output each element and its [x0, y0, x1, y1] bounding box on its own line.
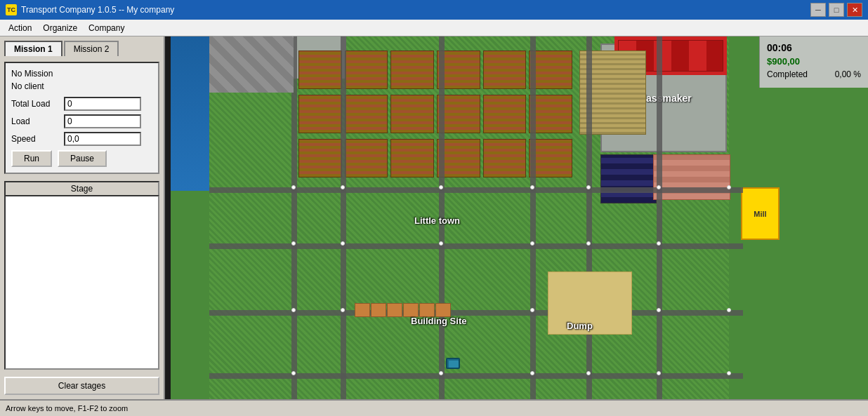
total-load-input[interactable] [64, 97, 141, 111]
maximize-button[interactable]: □ [829, 3, 844, 17]
mission-tabs: Mission 1 Mission 2 [4, 41, 159, 56]
game-area[interactable]: Glassmaker [165, 36, 868, 399]
dump-area [548, 271, 632, 335]
road-v-6 [657, 36, 662, 399]
run-button[interactable]: Run [11, 150, 52, 167]
waypoint [727, 308, 731, 312]
completed-label: Completed [767, 69, 808, 79]
time-value: 00:06 [767, 42, 792, 53]
main-layout: Mission 1 Mission 2 No Mission No client… [0, 36, 868, 399]
waypoint [586, 241, 591, 246]
waypoint [341, 241, 345, 246]
solar-panels [600, 154, 657, 203]
no-client-text: No client [11, 81, 152, 91]
menu-item-action[interactable]: Action [3, 22, 37, 34]
building-site [355, 303, 451, 317]
money-row: $900,00 [767, 56, 861, 67]
mill-label: Mill [754, 210, 766, 218]
menu-item-company[interactable]: Company [83, 22, 130, 34]
waypoint [530, 371, 534, 375]
no-mission-text: No Mission [11, 69, 152, 79]
speed-label: Speed [11, 134, 64, 144]
waypoint [439, 371, 443, 375]
completed-value: 0,00 % [835, 69, 861, 79]
waypoint [291, 371, 296, 375]
tab-mission-2[interactable]: Mission 2 [64, 41, 119, 56]
load-input[interactable] [64, 114, 141, 128]
info-panel: 00:06 $900,00 Completed 0,00 % [759, 36, 868, 88]
money-value: $900,00 [767, 56, 800, 67]
title-bar: TC Transport Company 1.0.5 -- My company… [0, 0, 868, 20]
status-bar: Arrow keys to move, F1-F2 to zoom [0, 399, 868, 416]
minimize-button[interactable]: ─ [810, 3, 826, 17]
vehicle [446, 358, 460, 369]
waypoint [727, 185, 731, 189]
waypoint [586, 371, 591, 375]
waypoint [657, 371, 661, 375]
app-icon: TC [6, 4, 17, 15]
road-h-2 [209, 243, 743, 249]
water-area [171, 36, 209, 191]
waypoint [439, 185, 443, 189]
waypoint [727, 371, 731, 375]
window-title: Transport Company 1.0.5 -- My company [21, 5, 174, 15]
waypoint [530, 308, 534, 312]
left-panel: Mission 1 Mission 2 No Mission No client… [0, 36, 165, 399]
dark-border-left [165, 36, 171, 399]
road-h-1 [209, 187, 743, 193]
waypoint [657, 185, 661, 189]
clear-stages-button[interactable]: Clear stages [4, 377, 159, 395]
brick-area [653, 154, 730, 200]
mill-building: Mill [741, 187, 780, 240]
speed-row: Speed [11, 132, 152, 146]
load-row: Load [11, 114, 152, 128]
waypoint [657, 241, 661, 246]
waypoint [341, 308, 345, 312]
speed-input[interactable] [64, 132, 141, 146]
mission-panel: No Mission No client Total Load Load Spe… [4, 62, 159, 174]
time-row: 00:06 [767, 42, 861, 53]
close-button[interactable]: ✕ [847, 3, 862, 17]
waypoint [586, 185, 591, 189]
map-canvas: Glassmaker [165, 36, 868, 399]
tab-mission-1[interactable]: Mission 1 [4, 41, 63, 56]
waypoint [291, 241, 296, 246]
stage-section: Stage [4, 181, 159, 370]
title-bar-left: TC Transport Company 1.0.5 -- My company [6, 4, 174, 15]
stage-content [4, 195, 159, 370]
waypoint [439, 241, 443, 246]
road-v-4 [530, 36, 536, 399]
pause-button[interactable]: Pause [58, 150, 107, 167]
completed-row: Completed 0,00 % [767, 69, 861, 79]
menu-bar: Action Organize Company [0, 20, 868, 36]
waypoint [291, 185, 296, 189]
menu-item-organize[interactable]: Organize [37, 22, 83, 34]
road-h-3 [209, 310, 743, 316]
waypoint [341, 185, 345, 189]
total-load-row: Total Load [11, 97, 152, 111]
title-bar-controls: ─ □ ✕ [810, 3, 862, 17]
load-label: Load [11, 116, 64, 126]
road-v-5 [586, 36, 592, 399]
road-v-2 [341, 36, 346, 399]
waypoint [530, 241, 534, 246]
total-load-label: Total Load [11, 99, 64, 109]
road-h-4 [209, 373, 743, 379]
road-v-3 [439, 36, 445, 399]
stage-label: Stage [4, 181, 159, 195]
action-buttons: Run Pause [11, 150, 152, 167]
waypoint [291, 308, 296, 312]
cobble-area [209, 36, 294, 93]
status-text: Arrow keys to move, F1-F2 to zoom [6, 404, 128, 412]
waypoint [657, 308, 661, 312]
waypoint [530, 185, 534, 189]
